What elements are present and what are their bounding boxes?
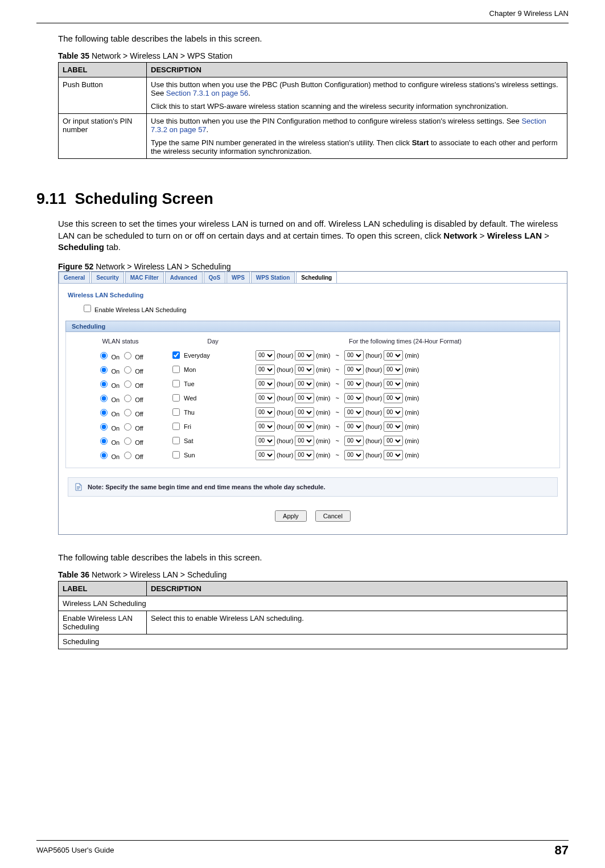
start-hour-select[interactable]: 00 [256,379,275,389]
enable-wlan-scheduling-label[interactable]: Enable Wireless LAN Scheduling [81,306,186,313]
start-min-select[interactable]: 00 [295,393,314,403]
wlan-off-label[interactable]: Off [121,354,143,361]
tab-mac-filter[interactable]: MAC Filter [125,272,164,283]
day-checkbox[interactable] [172,380,180,387]
tab-general[interactable]: General [59,272,90,283]
end-min-select[interactable]: 00 [384,365,403,375]
day-label[interactable]: Mon [170,364,196,375]
day-checkbox[interactable] [172,366,180,373]
wlan-off-label[interactable]: Off [121,425,143,432]
enable-wlan-scheduling-checkbox[interactable] [84,305,91,312]
wlan-off-radio[interactable] [124,366,131,374]
wlan-off-label[interactable]: Off [121,453,143,460]
start-min-select[interactable]: 00 [295,379,314,389]
end-min-select[interactable]: 00 [384,393,403,403]
start-min-select[interactable]: 00 [295,436,314,446]
start-hour-select[interactable]: 00 [256,393,275,403]
end-min-select[interactable]: 00 [384,421,403,432]
end-hour-select[interactable]: 00 [344,407,364,417]
wlan-on-label[interactable]: On [97,354,120,361]
tab-advanced[interactable]: Advanced [165,272,203,283]
day-label[interactable]: Thu [170,407,195,417]
start-min-select[interactable]: 00 [295,365,314,375]
wlan-on-radio[interactable] [100,366,108,374]
start-hour-select[interactable]: 00 [256,350,275,361]
wlan-on-radio[interactable] [100,395,108,402]
section-paragraph: Use this screen to set the times your wi… [58,218,567,253]
wlan-off-label[interactable]: Off [121,439,143,446]
tab-wps-station[interactable]: WPS Station [251,272,295,283]
link-section-731[interactable]: Section 7.3.1 on page 56 [166,89,249,97]
wlan-on-label[interactable]: On [97,396,120,403]
end-hour-select[interactable]: 00 [344,421,364,432]
wlan-on-radio[interactable] [100,437,108,445]
start-hour-select[interactable]: 00 [256,407,275,417]
end-min-select[interactable]: 00 [384,450,403,460]
start-min-select[interactable]: 00 [295,350,314,361]
day-label[interactable]: Tue [170,378,195,389]
wlan-on-radio[interactable] [100,423,108,431]
start-hour-select[interactable]: 00 [256,365,275,375]
start-hour-select[interactable]: 00 [256,421,275,432]
end-min-select[interactable]: 00 [384,350,403,361]
end-hour-select[interactable]: 00 [344,365,364,375]
section-heading-911: 9.11 Scheduling Screen [36,190,567,208]
wlan-off-radio[interactable] [124,452,131,459]
day-label[interactable]: Everyday [170,350,210,361]
start-min-select[interactable]: 00 [295,407,314,417]
end-min-select[interactable]: 00 [384,436,403,446]
day-checkbox[interactable] [172,408,180,416]
wlan-off-radio[interactable] [124,380,131,388]
end-min-select[interactable]: 00 [384,407,403,417]
day-checkbox[interactable] [172,451,180,458]
wlan-on-radio[interactable] [100,452,108,459]
th-description: DESCRIPTION [147,582,567,596]
start-hour-select[interactable]: 00 [256,450,275,460]
day-checkbox[interactable] [172,423,180,430]
wlan-off-label[interactable]: Off [121,396,143,403]
end-hour-select[interactable]: 00 [344,379,364,389]
wlan-on-label[interactable]: On [97,453,120,460]
day-checkbox[interactable] [172,394,180,402]
tab-qos[interactable]: QoS [204,272,226,283]
day-label[interactable]: Sun [170,449,195,460]
end-hour-select[interactable]: 00 [344,350,364,361]
wlan-off-label[interactable]: Off [121,368,143,375]
start-hour-select[interactable]: 00 [256,436,275,446]
wlan-on-label[interactable]: On [97,411,120,417]
wlan-on-radio[interactable] [100,409,108,416]
day-label[interactable]: Wed [170,392,196,403]
wlan-off-radio[interactable] [124,409,131,416]
wlan-on-radio[interactable] [100,380,108,388]
wlan-off-radio[interactable] [124,352,131,359]
wlan-off-radio[interactable] [124,395,131,402]
tab-wps[interactable]: WPS [227,272,250,283]
cancel-button[interactable]: Cancel [315,510,351,522]
day-label[interactable]: Sat [170,435,194,446]
table-header-row: LABEL DESCRIPTION [59,63,567,77]
day-checkbox[interactable] [172,437,180,444]
wlan-off-radio[interactable] [124,423,131,431]
wlan-on-label[interactable]: On [97,425,120,432]
wlan-off-label[interactable]: Off [121,411,143,417]
wlan-on-label[interactable]: On [97,368,120,375]
end-hour-select[interactable]: 00 [344,393,364,403]
day-label[interactable]: Fri [170,421,191,432]
day-checkbox[interactable] [172,351,180,359]
tab-security[interactable]: Security [91,272,124,283]
end-hour-select[interactable]: 00 [344,436,364,446]
wlan-on-radio[interactable] [100,352,108,359]
wlan-on-label[interactable]: On [97,382,120,389]
start-min-select[interactable]: 00 [295,421,314,432]
tab-scheduling[interactable]: Scheduling [296,272,337,283]
wlan-off-label[interactable]: Off [121,382,143,389]
apply-button[interactable]: Apply [275,510,307,522]
table-row: Push Button Use this button when you use… [59,77,567,114]
start-min-select[interactable]: 00 [295,450,314,460]
ui-buttons: Apply Cancel [65,501,560,524]
wlan-off-radio[interactable] [124,437,131,445]
end-hour-select[interactable]: 00 [344,450,364,460]
ui-screenshot-scheduling: General Security MAC Filter Advanced QoS… [58,271,567,535]
wlan-on-label[interactable]: On [97,439,120,446]
end-min-select[interactable]: 00 [384,379,403,389]
